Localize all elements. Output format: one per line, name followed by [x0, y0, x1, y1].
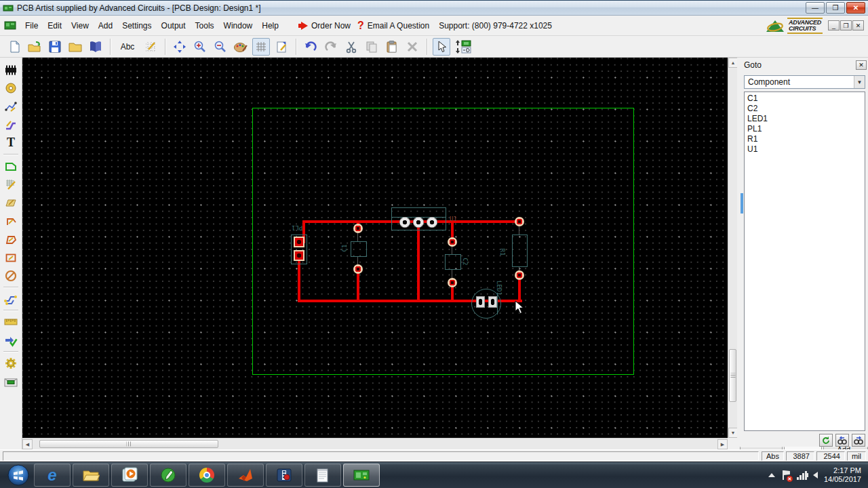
- menu-tools[interactable]: Tools: [191, 18, 219, 33]
- close-design-button[interactable]: [66, 38, 84, 56]
- horizontal-scroll-thumb[interactable]: [39, 440, 218, 448]
- measure-button[interactable]: [1, 312, 20, 331]
- delete-button[interactable]: [403, 38, 421, 56]
- c2-outline[interactable]: [445, 254, 461, 270]
- c1-pad-bottom[interactable]: [353, 264, 363, 274]
- scroll-down-button[interactable]: ▼: [728, 428, 738, 438]
- zoom-full-button[interactable]: [171, 38, 189, 56]
- taskbar-media-player[interactable]: [111, 464, 148, 487]
- menu-settings[interactable]: Settings: [117, 18, 156, 33]
- goto-list-item-pl1[interactable]: PL1: [747, 124, 862, 134]
- component-label-c1[interactable]: C1: [341, 245, 348, 252]
- volume-icon[interactable]: [813, 472, 818, 479]
- save-button[interactable]: [46, 38, 64, 56]
- taskbar-chrome[interactable]: [189, 464, 225, 487]
- board-outline[interactable]: [252, 108, 634, 375]
- taskbar-file-explorer[interactable]: [73, 464, 109, 487]
- c2-pad-bottom[interactable]: [448, 278, 457, 287]
- r1-outline[interactable]: [512, 235, 528, 267]
- menu-edit[interactable]: Edit: [43, 18, 66, 33]
- canvas-horizontal-scrollbar[interactable]: ◀ ▶: [22, 438, 728, 450]
- mdi-child-icon[interactable]: [4, 21, 16, 30]
- scroll-left-button[interactable]: ◀: [22, 439, 33, 449]
- settings-gear-button[interactable]: [1, 354, 20, 372]
- copy-button[interactable]: [363, 38, 380, 56]
- menu-view[interactable]: View: [66, 18, 94, 33]
- u1-pad-2[interactable]: [413, 217, 424, 228]
- grid-toggle-button[interactable]: [252, 38, 270, 56]
- taskbar-pcb-artist[interactable]: [343, 464, 380, 487]
- menu-output[interactable]: Output: [157, 18, 191, 33]
- open-design-button[interactable]: [26, 38, 43, 56]
- email-question-button[interactable]: ? Email A Question: [357, 20, 429, 32]
- component-push-level-button[interactable]: [453, 38, 473, 56]
- component-label-c2[interactable]: C2: [462, 258, 469, 266]
- component-label-r1[interactable]: R1: [499, 249, 506, 256]
- new-design-button[interactable]: [5, 38, 23, 56]
- component-label-led1[interactable]: LED1: [496, 281, 502, 296]
- scroll-up-button[interactable]: ▲: [728, 58, 738, 68]
- taskbar-coreldraw[interactable]: [150, 464, 186, 487]
- taskbar-clock[interactable]: 2:17 PM 14/05/2017: [824, 466, 861, 484]
- submit-order-button[interactable]: [1, 372, 20, 390]
- panel-splitter[interactable]: [741, 193, 743, 214]
- add-pad-button[interactable]: [1, 79, 20, 97]
- mdi-restore-button[interactable]: ❐: [840, 20, 852, 30]
- menu-add[interactable]: Add: [94, 18, 117, 33]
- text-style-button[interactable]: Abc: [116, 38, 139, 56]
- order-now-button[interactable]: Order Now: [290, 21, 351, 30]
- paste-button[interactable]: [383, 38, 401, 56]
- pcb-canvas[interactable]: PL1 C1 U1 C2 R1 LED1: [22, 58, 728, 438]
- goto-list-item-c1[interactable]: C1: [747, 94, 862, 104]
- taskbar-notepad[interactable]: [304, 464, 341, 487]
- minimize-button[interactable]: —: [806, 2, 825, 14]
- taskbar-video-capture[interactable]: [266, 464, 302, 487]
- goto-list-item-u1[interactable]: U1: [747, 144, 862, 155]
- goto-list-item-c2[interactable]: C2: [747, 104, 862, 114]
- canvas-vertical-scrollbar[interactable]: ▲ ▼: [728, 58, 737, 438]
- add-component-button[interactable]: [1, 60, 20, 79]
- goto-type-dropdown[interactable]: Component ▼: [744, 75, 865, 89]
- select-mode-button[interactable]: [433, 38, 450, 56]
- c1-outline[interactable]: [351, 241, 367, 257]
- goto-list-item-r1[interactable]: R1: [747, 134, 862, 144]
- r1-pad-bottom[interactable]: [515, 270, 524, 280]
- pl1-pad-1[interactable]: [294, 237, 304, 247]
- scroll-right-button[interactable]: ▶: [717, 439, 728, 449]
- pl1-pad-2[interactable]: [294, 250, 304, 261]
- goto-list-item-led1[interactable]: LED1: [747, 114, 862, 124]
- add-closed-shape-button[interactable]: [1, 230, 20, 248]
- add-text-button[interactable]: T: [1, 134, 20, 152]
- u1-pad-1[interactable]: [399, 217, 410, 228]
- redo-button[interactable]: [322, 38, 340, 56]
- r1-pad-top[interactable]: [515, 217, 524, 226]
- refresh-list-button[interactable]: [819, 434, 833, 447]
- trace-u1-mid[interactable]: [417, 222, 420, 301]
- close-button[interactable]: ✕: [846, 2, 865, 14]
- menu-help[interactable]: Help: [257, 18, 283, 33]
- hidden-icons-button[interactable]: [768, 473, 775, 477]
- add-board-shape-button[interactable]: [1, 157, 20, 175]
- auto-route-button[interactable]: [1, 289, 20, 308]
- cut-button[interactable]: [342, 38, 360, 56]
- undo-button[interactable]: [302, 38, 319, 56]
- design-rule-check-button[interactable]: [1, 331, 20, 349]
- zoom-in-button[interactable]: [191, 38, 209, 56]
- libraries-button[interactable]: [87, 38, 104, 56]
- goto-panel-close-button[interactable]: ✕: [856, 60, 867, 70]
- taskbar-matlab[interactable]: [227, 464, 264, 487]
- c2-pad-top[interactable]: [448, 237, 457, 247]
- add-rectangle-button[interactable]: [1, 248, 20, 266]
- add-circle-button[interactable]: [1, 266, 20, 285]
- add-track-button[interactable]: [1, 115, 20, 134]
- add-copper-pour-button[interactable]: [1, 175, 20, 193]
- c1-pad-top[interactable]: [353, 224, 363, 233]
- start-button[interactable]: [3, 464, 34, 486]
- chevron-down-icon[interactable]: ▼: [854, 76, 865, 88]
- mdi-minimize-button[interactable]: _: [828, 20, 840, 30]
- component-label-pl1[interactable]: PL1: [292, 224, 302, 231]
- led1-pad-2[interactable]: [488, 296, 497, 308]
- action-center-icon[interactable]: ✕: [781, 470, 791, 481]
- mdi-close-button[interactable]: ✕: [852, 20, 864, 30]
- taskbar-internet-explorer[interactable]: e: [34, 464, 71, 487]
